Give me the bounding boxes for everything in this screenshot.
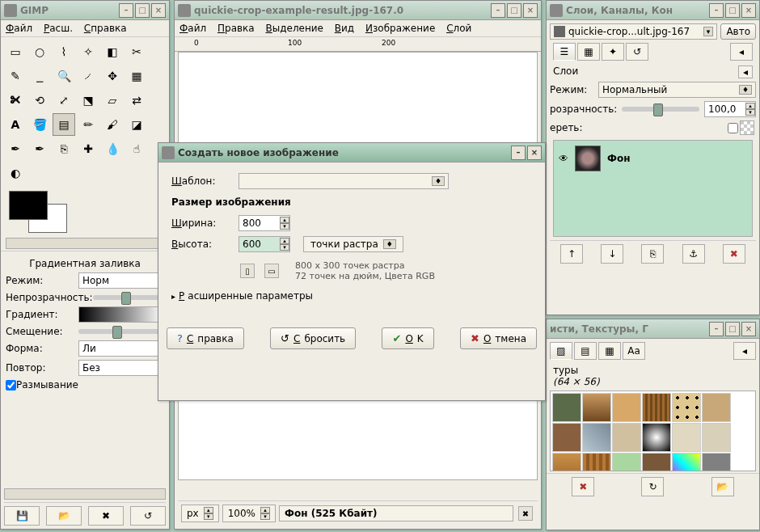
brush-tool[interactable]: 🖌 bbox=[101, 113, 124, 136]
menu-image[interactable]: Изображение bbox=[365, 23, 435, 34]
units-combo[interactable]: точки растра♦ bbox=[303, 236, 403, 252]
rotate-tool[interactable]: ⟲ bbox=[28, 89, 51, 112]
layers-menu-icon[interactable]: ◂ bbox=[738, 65, 753, 78]
texture-item[interactable] bbox=[612, 393, 641, 422]
restore-options-button[interactable]: 📂 bbox=[46, 506, 82, 526]
dodge-tool[interactable]: ◐ bbox=[4, 162, 27, 184]
height-input[interactable]: ▴▾ bbox=[239, 236, 290, 252]
offset-slider[interactable] bbox=[78, 329, 164, 334]
menu-select[interactable]: Выделение bbox=[266, 23, 323, 34]
close-button[interactable]: × bbox=[741, 3, 756, 18]
texture-item[interactable] bbox=[642, 453, 671, 471]
fg-color[interactable] bbox=[9, 191, 48, 220]
texture-item[interactable] bbox=[552, 423, 581, 452]
template-combo[interactable]: ♦ bbox=[239, 173, 449, 189]
gradient-tool[interactable]: ▤ bbox=[53, 113, 75, 136]
texture-item[interactable] bbox=[612, 453, 641, 471]
move-tool[interactable]: ✥ bbox=[101, 65, 124, 87]
menu-view[interactable]: Вид bbox=[335, 23, 354, 34]
spinner-up[interactable]: ▴ bbox=[260, 507, 270, 513]
landscape-icon[interactable]: ▭ bbox=[264, 264, 279, 278]
color-swatches[interactable] bbox=[1, 188, 169, 236]
texture-item[interactable] bbox=[702, 393, 731, 422]
rect-select-tool[interactable]: ▭ bbox=[4, 40, 27, 63]
repeat-combo[interactable]: Без bbox=[78, 360, 164, 376]
scale-tool[interactable]: ⤢ bbox=[53, 89, 75, 112]
texture-item[interactable] bbox=[582, 393, 611, 422]
layers-titlebar[interactable]: Слои, Каналы, Кон – □ × bbox=[547, 1, 759, 20]
spinner-down[interactable]: ▾ bbox=[204, 513, 213, 520]
scissors-tool[interactable]: ✂ bbox=[125, 40, 148, 63]
texture-item[interactable] bbox=[582, 453, 611, 471]
advanced-expander[interactable]: Расширенные параметры bbox=[171, 284, 532, 308]
minimize-button[interactable]: – bbox=[491, 3, 505, 18]
maximize-button[interactable]: □ bbox=[135, 3, 150, 18]
zoom-combo[interactable]: 100%▴▾ bbox=[222, 505, 276, 522]
dither-checkbox[interactable] bbox=[6, 380, 16, 391]
opacity-slider[interactable] bbox=[93, 295, 164, 300]
texture-item[interactable] bbox=[612, 423, 641, 452]
spinner-up[interactable]: ▴ bbox=[280, 238, 289, 244]
text-tool[interactable]: A bbox=[4, 113, 27, 136]
minimize-button[interactable]: – bbox=[511, 146, 526, 160]
toolbox-titlebar[interactable]: GIMP – □ × bbox=[1, 1, 169, 20]
cancel-button[interactable]: ✖Отмена bbox=[460, 327, 537, 349]
layers-tab[interactable]: ☰ bbox=[553, 43, 576, 61]
opacity-spin[interactable]: ▴▾ bbox=[704, 101, 756, 117]
maximize-button[interactable]: □ bbox=[725, 3, 740, 18]
measure-tool[interactable]: ⟋ bbox=[77, 65, 99, 87]
ink-tool[interactable]: ✒ bbox=[28, 137, 51, 160]
palettes-tab[interactable]: ▦ bbox=[598, 342, 621, 360]
auto-button[interactable]: Авто bbox=[720, 23, 756, 40]
shape-combo[interactable]: Ли bbox=[78, 340, 164, 357]
refresh-texture-button[interactable]: ↻ bbox=[641, 477, 664, 496]
maximize-button[interactable]: □ bbox=[507, 3, 521, 18]
pencil-tool[interactable]: ✏ bbox=[77, 113, 99, 136]
lasso-tool[interactable]: ⌇ bbox=[53, 40, 75, 63]
texture-item[interactable] bbox=[642, 393, 671, 422]
eye-icon[interactable]: 👁 bbox=[559, 153, 568, 164]
layer-opacity-slider[interactable] bbox=[622, 107, 699, 112]
texture-item[interactable] bbox=[672, 423, 701, 452]
ok-button[interactable]: ✔OK bbox=[382, 327, 433, 349]
toolbox-hscroll[interactable] bbox=[4, 488, 166, 500]
maximize-button[interactable]: □ bbox=[725, 322, 740, 336]
texture-item[interactable] bbox=[702, 453, 731, 471]
spinner-down[interactable]: ▾ bbox=[260, 513, 270, 520]
blur-tool[interactable]: 💧 bbox=[101, 137, 124, 160]
brushes-titlebar[interactable]: исти, Текстуры, Г – □ × bbox=[547, 319, 759, 339]
texture-item[interactable] bbox=[642, 423, 671, 452]
airbrush-tool[interactable]: ✒ bbox=[4, 137, 27, 160]
image-combo[interactable]: quickie-crop...ult.jpg-167▾ bbox=[550, 23, 717, 40]
spinner-up[interactable]: ▴ bbox=[280, 217, 289, 223]
texture-item[interactable] bbox=[702, 423, 731, 452]
cancel-icon[interactable]: ✖ bbox=[518, 506, 533, 521]
menu-file[interactable]: Файл bbox=[179, 23, 206, 34]
tab-menu[interactable]: ◂ bbox=[730, 43, 753, 61]
close-button[interactable]: × bbox=[151, 3, 166, 18]
width-input[interactable]: ▴▾ bbox=[239, 215, 290, 231]
ellipse-select-tool[interactable]: ○ bbox=[28, 40, 51, 63]
align-tool[interactable]: ▦ bbox=[125, 65, 148, 87]
menu-edit[interactable]: Правка bbox=[217, 23, 255, 34]
spinner-down[interactable]: ▾ bbox=[280, 244, 289, 251]
layer-dup-button[interactable]: ⎘ bbox=[641, 244, 664, 264]
dialog-titlebar[interactable]: Создать новое изображение – × bbox=[158, 143, 545, 163]
open-texture-button[interactable]: 📂 bbox=[711, 477, 734, 496]
delete-options-button[interactable]: ✖ bbox=[88, 506, 124, 526]
gradient-combo[interactable] bbox=[78, 306, 164, 323]
spinner-up[interactable]: ▴ bbox=[204, 507, 213, 513]
eraser-tool[interactable]: ◪ bbox=[125, 113, 148, 136]
unit-combo[interactable]: px▴▾ bbox=[181, 505, 219, 522]
picker-tool[interactable]: ⎯ bbox=[28, 65, 51, 87]
menu-layer[interactable]: Слой bbox=[446, 23, 471, 34]
gradients-tab[interactable]: ▤ bbox=[574, 342, 597, 360]
canvas-titlebar[interactable]: quickie-crop-example-result.jpg-167.0 – … bbox=[175, 1, 541, 20]
delete-texture-button[interactable]: ✖ bbox=[572, 477, 594, 496]
close-button[interactable]: × bbox=[523, 3, 538, 18]
clone-tool[interactable]: ⎘ bbox=[53, 137, 75, 160]
minimize-button[interactable]: – bbox=[119, 3, 133, 18]
paths-tab[interactable]: ✦ bbox=[602, 43, 624, 61]
spinner-down[interactable]: ▾ bbox=[280, 223, 289, 230]
minimize-button[interactable]: – bbox=[709, 3, 724, 18]
